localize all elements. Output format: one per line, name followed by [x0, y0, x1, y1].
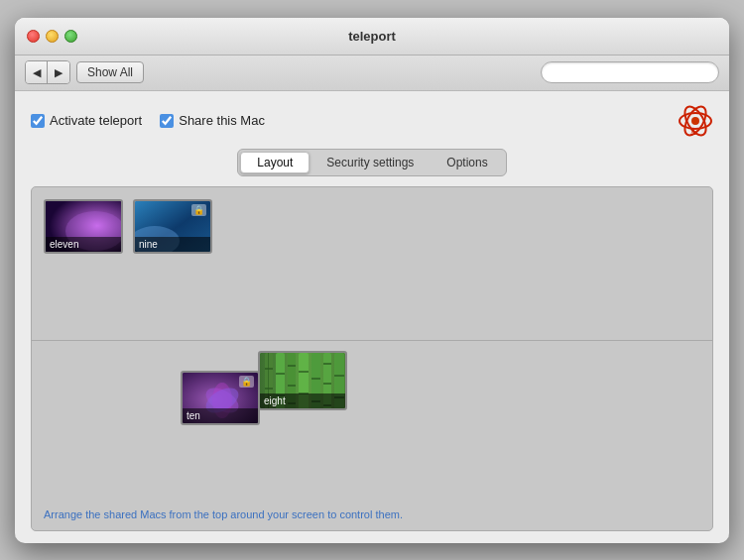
share-label: Share this Mac: [179, 113, 265, 128]
forward-button[interactable]: ▶: [48, 61, 69, 83]
search-wrapper: 🔍: [541, 61, 719, 83]
back-button[interactable]: ◀: [26, 61, 48, 83]
svg-rect-22: [288, 365, 296, 367]
mac-thumbnail-nine[interactable]: 🔒 nine: [133, 199, 212, 254]
activate-label: Activate teleport: [50, 113, 142, 128]
svg-point-3: [691, 117, 699, 125]
svg-rect-19: [276, 373, 285, 375]
layout-area: eleven: [31, 186, 713, 531]
tab-security[interactable]: Security settings: [310, 152, 430, 173]
top-controls: Activate teleport Share this Mac A: [31, 103, 713, 139]
nav-buttons: ◀ ▶: [25, 60, 70, 84]
layout-hint-text: Arrange the shared Macs from the top aro…: [44, 508, 403, 520]
search-input[interactable]: [541, 61, 719, 83]
svg-rect-32: [323, 363, 331, 365]
svg-rect-16: [265, 368, 273, 370]
main-window: teleport ◀ ▶ Show All 🔍 Activate telepor…: [15, 18, 729, 543]
back-icon: ◀: [33, 66, 41, 79]
traffic-lights: [27, 30, 77, 43]
svg-rect-33: [323, 383, 331, 385]
svg-rect-17: [265, 388, 273, 390]
toolbar: ◀ ▶ Show All 🔍: [15, 56, 729, 91]
window-title: teleport: [348, 29, 396, 44]
share-checkbox-label[interactable]: Share this Mac: [160, 113, 265, 128]
share-checkbox[interactable]: [160, 114, 174, 128]
svg-rect-26: [299, 371, 309, 373]
tab-options[interactable]: Options: [431, 152, 503, 173]
maximize-button[interactable]: [64, 30, 77, 43]
close-button[interactable]: [27, 30, 40, 43]
activate-checkbox-label[interactable]: Activate teleport: [31, 113, 142, 128]
mac-thumbnail-eight[interactable]: eight: [258, 351, 347, 410]
mac-label-eleven: eleven: [46, 237, 121, 252]
forward-icon: ▶: [55, 66, 62, 79]
layout-top-section: eleven: [32, 187, 712, 342]
layout-bottom-section: 🔒 ten: [32, 341, 712, 529]
show-all-button[interactable]: Show All: [76, 61, 144, 83]
lock-icon-ten: 🔒: [239, 376, 254, 388]
tab-layout[interactable]: Layout: [240, 152, 310, 173]
minimize-button[interactable]: [46, 30, 59, 43]
teleport-app-icon: A: [678, 103, 713, 139]
tabs-row: Layout Security settings Options: [31, 149, 713, 176]
mac-label-nine: nine: [135, 237, 210, 252]
mac-thumbnail-eleven[interactable]: eleven: [44, 199, 123, 254]
svg-text:A: A: [690, 128, 696, 137]
content-area: Activate teleport Share this Mac A Lay: [15, 91, 729, 543]
svg-rect-23: [288, 385, 296, 387]
tab-bar: Layout Security settings Options: [237, 149, 506, 176]
mac-label-ten: ten: [183, 408, 258, 423]
svg-rect-29: [311, 378, 320, 380]
lock-icon-nine: 🔒: [191, 204, 206, 216]
mac-label-eight: eight: [260, 393, 345, 408]
activate-checkbox[interactable]: [31, 114, 45, 128]
svg-rect-36: [334, 375, 344, 377]
mac-thumbnail-ten[interactable]: 🔒 ten: [181, 371, 260, 425]
titlebar: teleport: [15, 18, 729, 56]
